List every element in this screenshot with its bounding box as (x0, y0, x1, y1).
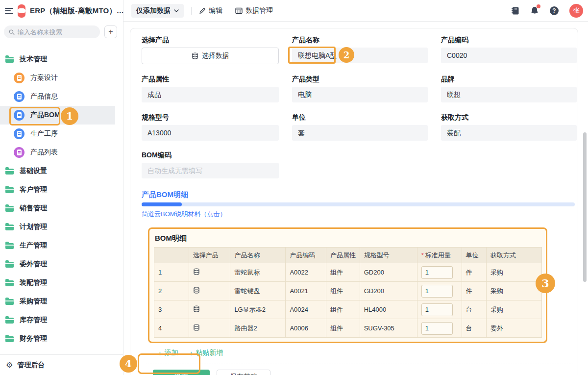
product-attr-label: 产品属性 (142, 75, 279, 82)
folder-icon (5, 225, 14, 230)
sidebar-item-production-process[interactable]: 生产工序 (0, 125, 123, 143)
vertical-scrollbar[interactable] (583, 132, 587, 282)
bom-row: 4 路由器2 A0006 组件 SUGV-305 台 委外 (154, 319, 542, 338)
select-data-button[interactable]: 选择数据 (142, 48, 279, 64)
bom-row: 1 雷蛇鼠标 A0022 组件 GD200 件 采购 (154, 263, 542, 282)
search-box[interactable] (4, 25, 100, 38)
sidebar-item-basic-settings[interactable]: 基础设置 (0, 162, 123, 180)
sidebar-item-tech-mgmt[interactable]: 技术管理 (0, 50, 123, 69)
avatar[interactable]: 张 (569, 4, 583, 18)
unit-label: 单位 (292, 114, 428, 121)
qty-input[interactable] (421, 285, 453, 298)
col-std-qty: *标准用量 (417, 248, 462, 263)
database-icon (193, 305, 200, 312)
folder-icon (5, 318, 14, 324)
app-window: ERP（精细版-离散MTO）…… + 技术管理 方案设计 产品信息 产品BOM … (0, 0, 588, 375)
toolbar-right: ? 张 (511, 4, 585, 18)
data-manage-button[interactable]: 数据管理 (235, 6, 273, 15)
bom-header-row: 选择产品 产品名称 产品编码 产品属性 规格型号 *标准用量 单位 获取方式 (154, 248, 542, 263)
col-product-attr: 产品属性 (326, 248, 360, 263)
tab-product-bom-detail[interactable]: 产品BOM明细 (142, 190, 577, 200)
sidebar-item-scheme-design[interactable]: 方案设计 (0, 69, 123, 87)
folder-icon (5, 169, 14, 175)
folder-icon (5, 299, 14, 305)
annotation-step-1: 1 (61, 107, 78, 125)
spec-value: A13000 (142, 125, 279, 141)
monitor-icon (14, 147, 24, 158)
bom-code-input[interactable] (142, 163, 279, 178)
sidebar-item-finance-mgmt[interactable]: 财务管理 (0, 329, 123, 348)
search-icon (9, 29, 15, 35)
sidebar-item-product-info[interactable]: 产品信息 (0, 87, 123, 106)
unit-value: 套 (292, 125, 428, 141)
brand-label: 品牌 (441, 75, 577, 82)
bom-detail-box: BOM明细 选择产品 产品名称 产品编码 产品属性 规格型号 *标准用 (148, 227, 547, 343)
sidebar-header: ERP（精细版-离散MTO）…… (0, 0, 123, 22)
add-app-button[interactable]: + (104, 25, 117, 38)
edit-button[interactable]: 编辑 (199, 6, 222, 15)
product-name-value: 联想电脑A型 (292, 48, 428, 63)
sidebar-item-product-bom[interactable]: 产品BOM (0, 106, 115, 125)
product-type-value: 电脑 (292, 87, 428, 102)
sidebar-item-outsource-mgmt[interactable]: 委外管理 (0, 255, 123, 274)
col-acquire: 获取方式 (486, 248, 541, 263)
add-data-mode-dropdown[interactable]: 仅添加数据 (131, 4, 184, 18)
product-name-label: 产品名称 (292, 36, 428, 43)
select-product-label: 选择产品 (142, 36, 279, 43)
bom-doc-link[interactable]: 简道云BOM说明材料（点击） (142, 210, 577, 219)
journal-icon[interactable] (511, 6, 519, 15)
product-type-label: 产品类型 (292, 75, 428, 82)
help-icon[interactable]: ? (550, 6, 559, 15)
form-card: 选择产品 选择数据 产品名称 联想电脑A型 产品编码 C0020 (130, 28, 578, 375)
col-select-product: 选择产品 (189, 248, 230, 263)
annotation-step-3: 3 (536, 274, 555, 293)
notifications-button[interactable] (530, 6, 539, 15)
toolbar-divider (191, 7, 192, 15)
bom-detail-title: BOM明细 (155, 234, 542, 243)
clipboard-icon (14, 91, 24, 102)
spec-label: 规格型号 (142, 114, 279, 121)
plus-icon: + (189, 350, 194, 357)
tab-progress-bar (142, 202, 575, 206)
row-select-data-button[interactable] (189, 263, 230, 282)
add-row-link[interactable]: +添加 (158, 349, 178, 357)
sidebar-item-product-list[interactable]: 产品列表 (0, 143, 123, 162)
qty-input[interactable] (421, 303, 453, 316)
tab-progress-fill (142, 202, 182, 206)
folder-icon (5, 206, 14, 212)
acquire-label: 获取方式 (441, 114, 577, 121)
sidebar-item-production-mgmt[interactable]: 生产管理 (0, 236, 123, 255)
database-icon (193, 324, 200, 331)
save-draft-button[interactable]: 保存草稿 (217, 370, 270, 375)
gear-icon: ⚙ (6, 361, 13, 369)
col-unit: 单位 (462, 248, 486, 263)
sidebar-item-customer-mgmt[interactable]: 客户管理 (0, 180, 123, 199)
qty-input[interactable] (421, 322, 453, 335)
sidebar-item-inventory-mgmt[interactable]: 库存管理 (0, 311, 123, 329)
submit-button[interactable]: 提交 (153, 370, 210, 375)
qty-input[interactable] (421, 266, 453, 279)
admin-backend-link[interactable]: ⚙ 管理后台 (0, 354, 123, 375)
search-input[interactable] (18, 28, 95, 36)
bom-row: 3 LG显示器2 A0024 组件 HL4000 台 采购 (154, 300, 542, 319)
doc-icon (14, 73, 24, 83)
sidebar-item-assembly-mgmt[interactable]: 装配管理 (0, 274, 123, 292)
doc-icon (14, 128, 24, 139)
row-select-data-button[interactable] (189, 319, 230, 338)
app-logo[interactable] (18, 4, 25, 18)
sidebar-item-purchase-mgmt[interactable]: 采购管理 (0, 292, 123, 311)
sidebar-item-sales-mgmt[interactable]: 销售管理 (0, 199, 123, 218)
folder-icon (5, 336, 14, 342)
row-select-data-button[interactable] (189, 282, 230, 300)
app-title: ERP（精细版-离散MTO）…… (30, 6, 131, 16)
database-icon (192, 52, 198, 59)
pencil-icon (199, 7, 206, 14)
collapse-menu-icon[interactable] (5, 8, 13, 14)
paste-add-link[interactable]: +粘贴新增 (189, 349, 223, 357)
col-product-code: 产品编码 (286, 248, 326, 263)
sidebar-item-plan-mgmt[interactable]: 计划管理 (0, 218, 123, 236)
chevron-down-icon (174, 9, 179, 12)
folder-icon (5, 57, 14, 63)
folder-icon (5, 280, 14, 286)
row-select-data-button[interactable] (189, 300, 230, 319)
